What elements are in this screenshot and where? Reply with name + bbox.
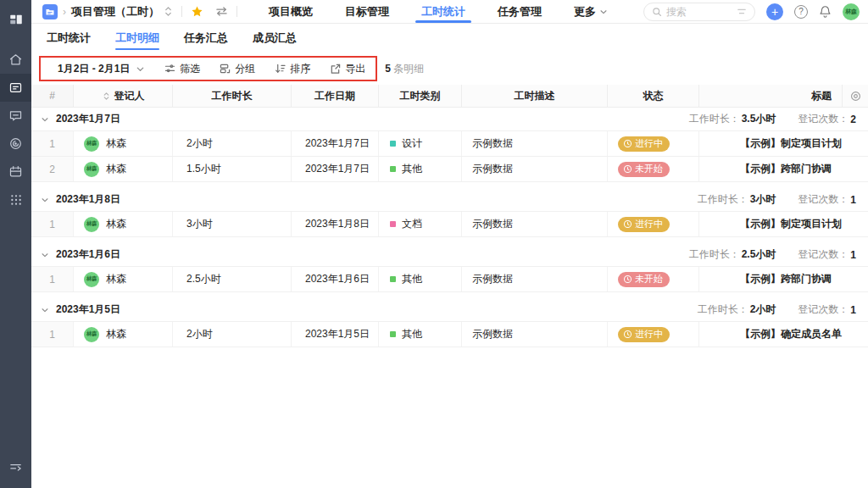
user-avatar[interactable]: 林森 — [843, 3, 860, 20]
export-button[interactable]: 导出 — [330, 62, 365, 76]
project-title[interactable]: 项目管理（工时） — [71, 4, 159, 19]
column-header-registrant[interactable]: 登记人 — [74, 85, 173, 107]
group-collapse-button[interactable] — [41, 115, 49, 124]
group-summary: 工作时长：3小时登记次数：1 — [698, 192, 868, 207]
column-header-duration[interactable]: 工作时长 — [173, 85, 292, 107]
row-index-cell: 1 — [31, 267, 74, 291]
duration-cell: 2.5小时 — [173, 267, 292, 291]
table-row[interactable]: 1林森林森2小时2023年1月5日其他示例数据进行中【示例】确定成员名单 — [31, 322, 868, 347]
column-header-category[interactable]: 工时类别 — [379, 85, 462, 107]
notifications-bell-icon[interactable] — [819, 5, 832, 19]
chevron-down-icon — [41, 115, 49, 124]
table-row[interactable]: 2林森林森1.5小时2023年1月7日其他示例数据未开始【示例】跨部门协调 — [31, 157, 868, 182]
nav-item-overview[interactable]: 项目概览 — [253, 0, 329, 23]
work-date-cell: 2023年1月6日 — [292, 267, 379, 291]
group-row: 2023年1月6日工作时长：2.5小时登记次数：1 — [31, 243, 868, 267]
group-duration-label: 工作时长： — [698, 192, 748, 207]
search-box[interactable] — [643, 3, 755, 21]
filter-button[interactable]: 筛选 — [164, 62, 200, 76]
nav-item-goals[interactable]: 目标管理 — [329, 0, 405, 23]
group-summary: 工作时长：2小时登记次数：1 — [698, 302, 868, 317]
tab-timesheet-detail[interactable]: 工时明细 — [115, 24, 159, 53]
date-range-dropdown[interactable]: 1月2日 - 2月1日 — [58, 62, 145, 76]
record-count: 5条明细 — [385, 62, 424, 76]
sidebar-item-apps[interactable] — [0, 186, 31, 214]
status-cell: 进行中 — [608, 212, 699, 236]
nav-item-tasks[interactable]: 任务管理 — [481, 0, 558, 23]
status-cell: 未开始 — [608, 157, 699, 181]
table-header: # 登记人 工作时长 工作日期 工时类别 工时描述 状态 标题 — [31, 85, 868, 108]
project-nav: 项目概览 目标管理 工时统计 任务管理 更多 — [253, 0, 624, 23]
group-duration-label: 工作时长： — [698, 302, 748, 317]
help-icon[interactable]: ? — [794, 5, 808, 19]
group-date: 2023年1月5日 — [56, 302, 120, 317]
project-switcher-icon[interactable] — [164, 6, 173, 17]
duration-cell: 2小时 — [173, 322, 292, 347]
status-clock-icon — [623, 164, 632, 174]
group-date: 2023年1月7日 — [56, 112, 120, 126]
table-body: 2023年1月7日工作时长：3.5小时登记次数：21林森林森2小时2023年1月… — [31, 108, 868, 488]
group-collapse-button[interactable] — [41, 196, 49, 204]
group-gap — [31, 182, 868, 188]
group-summary: 工作时长：3.5小时登记次数：2 — [689, 112, 868, 126]
group-duration-value: 2小时 — [750, 302, 776, 317]
group-duration-label: 工作时长： — [689, 112, 740, 126]
project-folder-icon[interactable] — [42, 4, 58, 19]
category-color-square — [390, 141, 396, 147]
create-button[interactable]: + — [766, 3, 783, 20]
column-header-work-date[interactable]: 工作日期 — [292, 85, 379, 107]
sidebar-item-projects[interactable] — [0, 74, 31, 102]
sidebar-item-okr[interactable] — [0, 130, 31, 158]
group-button[interactable]: 分组 — [220, 62, 255, 76]
sidebar-item-calendar[interactable] — [0, 158, 31, 186]
table-row[interactable]: 1林森林森2.5小时2023年1月6日其他示例数据未开始【示例】跨部门协调 — [31, 267, 868, 292]
chevron-down-icon — [41, 196, 49, 204]
group-row: 2023年1月7日工作时长：3.5小时登记次数：2 — [31, 108, 868, 131]
divider — [181, 6, 182, 17]
tab-task-summary[interactable]: 任务汇总 — [184, 24, 228, 53]
status-cell: 未开始 — [608, 267, 699, 291]
column-header-description[interactable]: 工时描述 — [462, 85, 608, 107]
column-sort-icon — [102, 92, 111, 101]
sort-button[interactable]: 排序 — [275, 62, 310, 76]
favorite-star-icon[interactable] — [191, 5, 203, 18]
field-config-icon — [850, 91, 861, 102]
column-header-title[interactable]: 标题 — [699, 85, 843, 107]
sidebar-collapse-button[interactable] — [0, 453, 31, 481]
registrant-avatar: 林森 — [84, 217, 99, 232]
sidebar-item-messages[interactable] — [0, 102, 31, 130]
status-badge: 未开始 — [618, 272, 670, 287]
group-collapse-button[interactable] — [41, 251, 49, 259]
status-clock-icon — [623, 139, 632, 148]
description-cell: 示例数据 — [462, 157, 608, 181]
column-header-status[interactable]: 状态 — [608, 85, 699, 107]
row-index-cell: 2 — [31, 157, 74, 181]
chevron-down-icon — [41, 251, 49, 259]
tab-member-summary[interactable]: 成员汇总 — [253, 24, 297, 53]
table-row[interactable]: 1林森林森3小时2023年1月8日文档示例数据进行中【示例】制定项目计划 — [31, 212, 868, 237]
nav-item-timesheet[interactable]: 工时统计 — [405, 0, 481, 23]
toolbar: 1月2日 - 2月1日 筛选 分组 排序 导出 5条明细 — [31, 53, 868, 85]
status-clock-icon — [623, 330, 632, 339]
category-cell: 其他 — [379, 267, 462, 291]
group-count-value: 1 — [850, 304, 856, 316]
registrant-name: 林森 — [106, 136, 126, 151]
top-bar: › 项目管理（工时） 项目概览 目标管理 工时统计 任务管理 更多 — [31, 0, 868, 24]
group-gap — [31, 347, 868, 353]
search-input[interactable] — [666, 6, 732, 18]
sidebar-item-home[interactable] — [0, 46, 31, 74]
status-label: 未开始 — [635, 273, 663, 286]
group-collapse-button[interactable] — [41, 306, 49, 314]
chevron-down-icon — [41, 306, 49, 314]
status-label: 进行中 — [635, 218, 663, 230]
group-count-value: 2 — [850, 114, 856, 125]
column-settings-button[interactable] — [843, 85, 868, 107]
status-clock-icon — [623, 219, 632, 229]
tab-timesheet-stats[interactable]: 工时统计 — [47, 24, 91, 53]
nav-item-more[interactable]: 更多 — [558, 0, 624, 23]
search-icon — [652, 7, 662, 17]
category-cell: 其他 — [379, 157, 462, 181]
table-row[interactable]: 1林森林森2小时2023年1月7日设计示例数据进行中【示例】制定项目计划 — [31, 131, 868, 157]
switch-view-icon[interactable] — [215, 6, 228, 17]
group-date: 2023年1月8日 — [56, 192, 120, 207]
